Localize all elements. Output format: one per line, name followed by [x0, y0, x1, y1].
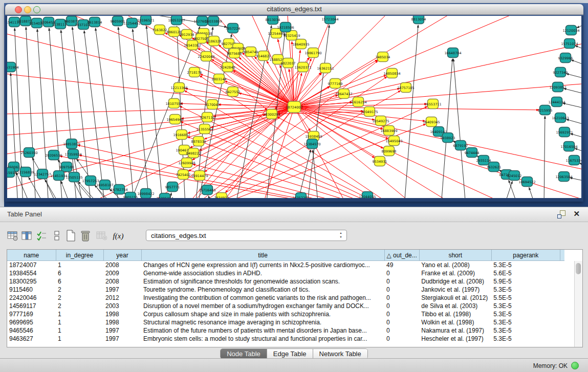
graph-node[interactable]: 9146821 — [256, 51, 271, 61]
table-row[interactable]: 977716911998Corpus callosum shape and si… — [7, 310, 564, 318]
graph-node[interactable]: 19853819 — [63, 139, 80, 149]
graph-node[interactable]: 16210643 — [552, 113, 569, 123]
graph-node[interactable]: 20531904 — [7, 62, 19, 72]
graph-node[interactable]: 12044035 — [359, 192, 376, 199]
graph-node[interactable]: 15723044 — [321, 16, 338, 24]
row-height-icon[interactable] — [50, 229, 63, 243]
column-header[interactable]: △ out_de... — [384, 250, 419, 261]
graph-node[interactable]: 18724007 — [286, 101, 302, 113]
graph-node[interactable]: 12342757 — [34, 169, 51, 179]
tab-network-table[interactable]: Network Table — [313, 349, 367, 359]
graph-node[interactable]: 6879197 — [453, 141, 468, 150]
graph-node[interactable]: 9875685 — [227, 49, 242, 58]
graph-node[interactable]: 16553711 — [424, 99, 441, 109]
graph-node[interactable]: 8813034 — [266, 16, 280, 25]
graph-node[interactable]: 19166852 — [173, 130, 190, 140]
graph-node[interactable]: 8427552 — [226, 87, 241, 97]
graph-node[interactable]: 15751074 — [561, 39, 578, 49]
scrollbar-thumb[interactable] — [576, 263, 581, 274]
graph-node[interactable]: 12609948 — [178, 158, 195, 168]
memory-ok-icon[interactable] — [571, 362, 579, 369]
table-row[interactable]: 969969511998Structural magnetic resonanc… — [7, 318, 564, 326]
close-panel-icon[interactable]: ✕ — [573, 209, 580, 218]
graph-node[interactable]: 8186328 — [207, 36, 222, 46]
graph-node[interactable]: 18300295 — [263, 110, 280, 119]
graph-node[interactable]: 7857224 — [226, 24, 241, 33]
table-row[interactable]: 1938455462009Genome-wide association stu… — [7, 269, 564, 277]
graph-node[interactable]: 16362151 — [317, 63, 334, 73]
graph-node[interactable]: 11675334 — [565, 156, 581, 165]
graph-node[interactable]: 9245012 — [507, 171, 522, 181]
graph-node[interactable]: 2718176 — [187, 68, 202, 77]
graph-node[interactable]: 9605901 — [111, 16, 125, 26]
graph-node[interactable]: 9170043 — [205, 100, 220, 110]
select-columns-icon[interactable] — [35, 229, 48, 243]
function-builder-icon[interactable]: f(x) — [112, 229, 125, 243]
show-column-icon[interactable] — [20, 229, 34, 243]
graph-node[interactable]: 11451934 — [50, 171, 67, 181]
graph-node[interactable]: 8912934 — [180, 30, 194, 39]
graph-node[interactable]: 19861790 — [304, 48, 321, 58]
graph-node[interactable]: 7163822 — [153, 25, 167, 35]
table-row[interactable]: 1456911722003Disruption of a novel membe… — [7, 302, 564, 310]
column-header[interactable]: in_degree — [56, 250, 103, 261]
graph-node[interactable]: 7425402 — [176, 170, 191, 180]
tab-node-table[interactable]: Node Table — [221, 349, 267, 359]
graph-node[interactable]: 12093852 — [549, 82, 566, 92]
graph-node[interactable]: 9534931 — [373, 157, 387, 166]
table-row[interactable]: 911546021997Tourette syndrome. Phenomeno… — [7, 286, 564, 294]
graph-node[interactable]: 8878334 — [191, 137, 206, 146]
graph-node[interactable]: 15495043 — [385, 136, 402, 146]
graph-node[interactable]: 9857771 — [165, 182, 180, 192]
graph-node[interactable]: 12120034 — [562, 26, 579, 35]
graph-node[interactable]: 12444134 — [548, 97, 565, 107]
graph-node[interactable]: 7632621 — [487, 162, 502, 172]
graph-node[interactable]: 9242848 — [221, 62, 235, 72]
graph-node[interactable]: 5938923 — [441, 133, 455, 143]
table-row[interactable]: 1872400712008Changes of HCN gene express… — [7, 261, 564, 270]
graph-node[interactable]: 17016504 — [560, 142, 577, 151]
combo-stepper-icon[interactable]: ▴▾ — [337, 231, 344, 240]
graph-node[interactable]: 8813054 — [411, 16, 426, 24]
table-selector-combo[interactable]: citations_edges.txt ▴▾ — [146, 230, 347, 241]
graph-node[interactable]: 9329966 — [558, 53, 573, 63]
column-header[interactable]: name — [7, 250, 56, 261]
graph-node[interactable]: 9097588 — [59, 162, 74, 172]
graph-node[interactable]: 12063504 — [555, 172, 572, 182]
delete-table-icon[interactable] — [95, 229, 108, 243]
graph-node[interactable]: 8099698 — [382, 146, 397, 156]
graph-node[interactable]: 11355564 — [196, 124, 213, 134]
graph-node[interactable]: 9777169 — [328, 79, 343, 89]
network-canvas[interactable]: 1872400718300295716382288601288912934222… — [7, 16, 581, 198]
graph-node[interactable]: 16409345 — [423, 117, 440, 127]
column-header[interactable]: pagerank — [491, 250, 560, 261]
table-scrollbar[interactable] — [574, 261, 582, 347]
graph-node[interactable]: 9227349 — [553, 68, 568, 77]
graph-node[interactable]: 13620371 — [294, 62, 311, 72]
graph-node[interactable]: 20206536 — [45, 150, 62, 160]
graph-node[interactable]: 15692971 — [556, 127, 573, 137]
graph-node[interactable]: 18640935 — [292, 39, 309, 49]
graph-node[interactable]: 16648784 — [444, 48, 461, 58]
graph-node[interactable]: 9474444 — [465, 148, 480, 158]
graph-node[interactable]: 6822037 — [281, 58, 296, 68]
graph-node[interactable]: 14850834 — [383, 69, 400, 78]
delete-column-icon[interactable] — [79, 229, 92, 243]
table-row[interactable]: 946362711997Embryonic stem cells: a mode… — [7, 335, 564, 343]
table-row[interactable]: 946554611997Estimation of the future num… — [7, 326, 564, 335]
graph-node[interactable]: 16914479 — [191, 171, 208, 181]
graph-node[interactable]: 10694522 — [518, 177, 535, 187]
graph-node[interactable]: 8498222 — [186, 148, 201, 158]
graph-node[interactable]: 9905155 — [123, 192, 138, 199]
window-titlebar[interactable]: citations_edges.txt — [5, 4, 583, 15]
graph-node[interactable]: 13505135 — [66, 172, 82, 182]
column-header[interactable]: short — [419, 250, 491, 261]
graph-node[interactable]: 8613814 — [88, 17, 102, 27]
table-row[interactable]: 2242004622012Investigating the contribut… — [7, 294, 564, 302]
graph-node[interactable]: 8215955 — [538, 105, 553, 115]
float-panel-icon[interactable] — [557, 210, 565, 218]
table-row[interactable]: 1830029562008Estimation of significance … — [7, 277, 564, 286]
graph-node[interactable]: 2803144 — [212, 74, 227, 84]
column-header[interactable]: year — [103, 250, 141, 261]
graph-node[interactable]: 9267110 — [200, 113, 215, 122]
